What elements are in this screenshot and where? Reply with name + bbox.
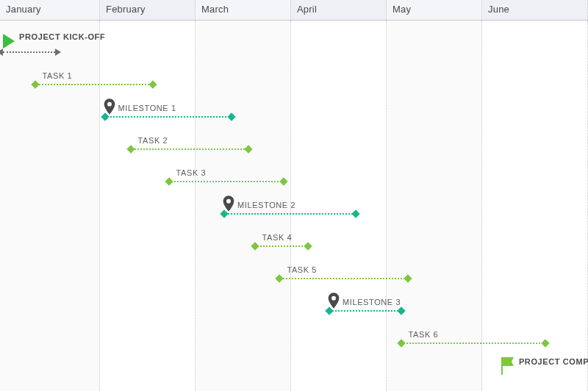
gantt-bar: [401, 342, 546, 344]
gantt-item-task6: TASK 6: [0, 325, 588, 350]
svg-point-0: [107, 102, 112, 107]
diamond-end-icon: [542, 339, 550, 347]
month-header: June: [482, 0, 588, 20]
diamond-start-icon: [276, 274, 284, 282]
gantt-bar: [169, 181, 284, 182]
gantt-chart: JanuaryFebruaryMarchAprilMayJune PROJECT…: [0, 0, 588, 391]
gantt-item-kickoff: PROJECT KICK-OFF: [0, 34, 588, 59]
map-pin-icon: [104, 98, 115, 115]
diamond-start-icon: [165, 177, 173, 185]
gantt-item-label: MILESTONE 1: [118, 104, 176, 112]
gantt-bar: [224, 213, 356, 215]
diamond-end-icon: [397, 306, 405, 315]
month-header: May: [387, 0, 482, 20]
gantt-bar: [279, 278, 407, 279]
diamond-start-icon: [31, 80, 39, 88]
gantt-bar: [131, 148, 248, 150]
diamond-end-icon: [352, 209, 360, 218]
gantt-bar: [35, 84, 153, 85]
timeline-header: JanuaryFebruaryMarchAprilMayJune: [0, 0, 588, 21]
gantt-item-label: PROJECT COMPLETE: [519, 357, 588, 366]
gantt-item-ms3: MILESTONE 3: [0, 293, 588, 318]
gantt-item-label: TASK 6: [409, 330, 439, 339]
diamond-start-icon: [126, 145, 135, 153]
gantt-item-task3: TASK 3: [0, 163, 588, 188]
gantt-item-task2: TASK 2: [0, 131, 588, 156]
diamond-end-icon: [244, 145, 252, 153]
play-icon: [3, 34, 15, 49]
flag-icon: [501, 357, 514, 375]
gantt-bar: [105, 116, 232, 118]
arrow-right-icon: [55, 49, 61, 56]
svg-point-2: [331, 296, 336, 301]
gantt-item-task5: TASK 5: [0, 260, 588, 285]
gantt-item-ms2: MILESTONE 2: [0, 196, 588, 220]
gantt-item-complete: PROJECT COMPLETE: [0, 357, 588, 382]
diamond-start-icon: [251, 242, 259, 250]
gantt-item-label: TASK 1: [43, 71, 73, 80]
gantt-item-label: TASK 3: [176, 168, 207, 177]
gantt-item-ms1: MILESTONE 1: [0, 98, 588, 123]
gantt-item-label: MILESTONE 3: [343, 298, 401, 306]
diamond-end-icon: [304, 242, 312, 250]
gantt-item-label: MILESTONE 2: [237, 201, 295, 209]
gantt-item-label: TASK 4: [262, 233, 293, 242]
map-pin-icon: [328, 293, 340, 309]
gantt-item-label: TASK 2: [138, 136, 168, 145]
map-pin-icon: [223, 196, 234, 212]
gantt-item-task4: TASK 4: [0, 228, 588, 253]
gantt-item-task1: TASK 1: [0, 66, 588, 91]
diamond-end-icon: [148, 80, 157, 88]
gantt-item-label: PROJECT KICK-OFF: [19, 32, 105, 41]
gantt-items: PROJECT KICK-OFFTASK 1MILESTONE 1TASK 2T…: [0, 21, 588, 391]
gantt-bar: [329, 310, 401, 312]
diamond-start-icon: [397, 339, 405, 347]
month-header: February: [100, 0, 196, 20]
month-header: January: [0, 0, 100, 20]
diamond-end-icon: [404, 274, 412, 282]
svg-point-1: [226, 199, 231, 204]
month-header: April: [291, 0, 387, 20]
diamond-end-icon: [279, 177, 287, 185]
gantt-bar: [3, 51, 55, 53]
arrow-left-icon: [0, 49, 3, 56]
gantt-item-label: TASK 5: [287, 265, 317, 274]
month-header: March: [196, 0, 291, 20]
gantt-bar: [255, 245, 309, 247]
diamond-end-icon: [228, 112, 236, 121]
